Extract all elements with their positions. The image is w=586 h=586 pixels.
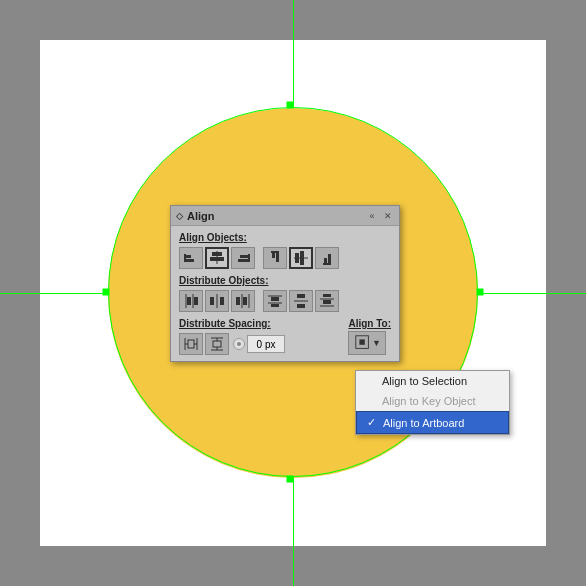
svg-rect-42 xyxy=(188,340,194,348)
svg-rect-15 xyxy=(323,263,331,265)
align-panel: ◇ Align « ✕ Align Objects: xyxy=(170,205,400,362)
svg-rect-35 xyxy=(297,304,305,308)
panel-body: Align Objects: xyxy=(171,226,399,361)
distribute-spacing-h-button[interactable] xyxy=(179,333,203,355)
svg-rect-10 xyxy=(272,253,275,258)
svg-rect-25 xyxy=(236,297,240,305)
distribute-bottom-button[interactable] xyxy=(315,290,339,312)
align-horizontal-centers-button[interactable] xyxy=(205,247,229,269)
distribute-center-v-button[interactable] xyxy=(289,290,313,312)
svg-rect-11 xyxy=(276,253,279,262)
handle-top xyxy=(287,102,294,109)
distribute-spacing-label: Distribute Spacing: xyxy=(179,318,285,329)
spacing-input[interactable] xyxy=(247,335,285,353)
panel-title: ◇ Align xyxy=(176,210,215,222)
svg-rect-9 xyxy=(271,251,279,253)
align-left-edges-button[interactable] xyxy=(179,247,203,269)
svg-rect-19 xyxy=(187,297,191,305)
distribute-spacing-section: Distribute Spacing: xyxy=(179,318,285,355)
svg-rect-38 xyxy=(323,300,331,304)
dropdown-item-align-artboard[interactable]: ✓ Align to Artboard xyxy=(356,411,509,434)
panel-titlebar: ◇ Align « ✕ xyxy=(171,206,399,226)
bottom-section: Distribute Spacing: xyxy=(179,318,391,355)
svg-rect-8 xyxy=(238,259,248,262)
dropdown-item-align-key-object: Align to Key Object xyxy=(356,391,509,411)
distribute-spacing-v-button[interactable] xyxy=(205,333,229,355)
svg-rect-7 xyxy=(240,255,248,258)
panel-close-button[interactable]: ✕ xyxy=(382,210,394,222)
dropdown-item-artboard-label: Align to Artboard xyxy=(383,417,464,429)
svg-rect-21 xyxy=(194,297,198,305)
svg-rect-30 xyxy=(271,297,279,301)
align-to-dropdown-menu: Align to Selection Align to Key Object ✓… xyxy=(355,370,510,435)
distribute-objects-row xyxy=(179,290,391,312)
svg-rect-16 xyxy=(324,258,327,263)
svg-rect-36 xyxy=(323,294,331,297)
align-vertical-centers-button[interactable] xyxy=(289,247,313,269)
dropdown-item-key-object-label: Align to Key Object xyxy=(382,395,476,407)
distribute-right-button[interactable] xyxy=(231,290,255,312)
align-to-label: Align To: xyxy=(348,318,391,329)
distribute-objects-label: Distribute Objects: xyxy=(179,275,391,286)
use-spacing-radio[interactable] xyxy=(233,335,285,353)
distribute-center-h-button[interactable] xyxy=(205,290,229,312)
panel-controls: « ✕ xyxy=(366,210,394,222)
panel-title-text: Align xyxy=(187,210,215,222)
svg-rect-32 xyxy=(271,304,279,307)
align-to-section: Align To: ▼ xyxy=(348,318,391,355)
panel-collapse-button[interactable]: « xyxy=(366,210,378,222)
align-objects-row xyxy=(179,247,391,269)
svg-rect-47 xyxy=(213,341,221,347)
panel-title-icon: ◇ xyxy=(176,211,183,221)
dropdown-item-selection-label: Align to Selection xyxy=(382,375,467,387)
svg-rect-22 xyxy=(210,297,214,305)
svg-rect-24 xyxy=(220,297,224,305)
align-bottom-edges-button[interactable] xyxy=(315,247,339,269)
svg-rect-51 xyxy=(359,339,364,344)
handle-left xyxy=(103,289,110,296)
align-objects-label: Align Objects: xyxy=(179,232,391,243)
align-right-edges-button[interactable] xyxy=(231,247,255,269)
svg-rect-2 xyxy=(186,259,194,262)
distribute-top-button[interactable] xyxy=(263,290,287,312)
svg-rect-17 xyxy=(328,254,331,263)
svg-rect-33 xyxy=(297,294,305,298)
svg-rect-6 xyxy=(248,254,250,262)
align-to-dropdown-container[interactable]: ▼ xyxy=(348,331,386,355)
svg-rect-0 xyxy=(184,254,186,262)
handle-bottom xyxy=(287,476,294,483)
svg-rect-1 xyxy=(186,255,191,258)
distribute-left-button[interactable] xyxy=(179,290,203,312)
dropdown-item-align-selection[interactable]: Align to Selection xyxy=(356,371,509,391)
checkmark-artboard: ✓ xyxy=(367,416,379,429)
distribute-spacing-row xyxy=(179,333,285,355)
svg-rect-27 xyxy=(243,297,247,305)
align-top-edges-button[interactable] xyxy=(263,247,287,269)
handle-right xyxy=(477,289,484,296)
